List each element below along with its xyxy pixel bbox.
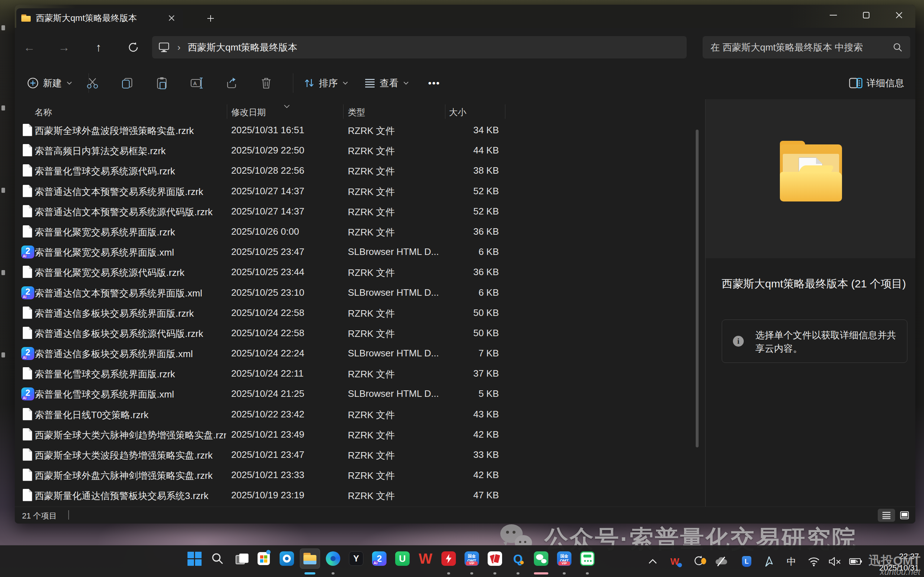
wechat-button[interactable] <box>531 548 551 569</box>
shield-icon: L <box>742 556 751 567</box>
pointer-tool-button[interactable] <box>760 552 778 571</box>
column-header-date[interactable]: 修改日期 <box>231 106 266 118</box>
slbrowser-button[interactable]: 2AI <box>369 548 389 569</box>
close-button[interactable] <box>882 5 915 26</box>
guojin-qmt-icon: 国金QMT VIP <box>557 551 571 566</box>
green-u-app-button[interactable]: U <box>392 548 413 569</box>
guojin-qmt-2-button[interactable]: 国金QMT VIP <box>554 548 574 569</box>
file-row[interactable]: 2AI 索普高频日内算法交易框架.rzrk 2025/10/29 22:50 R… <box>15 140 705 161</box>
minimize-button[interactable] <box>817 5 850 26</box>
wps-icon: W <box>418 551 433 566</box>
copy-icon <box>121 77 133 89</box>
taskbar-search-button[interactable] <box>207 548 227 569</box>
wps-button[interactable]: W <box>415 548 435 569</box>
microsoft-store-button[interactable] <box>253 548 274 569</box>
file-row[interactable]: 2AI 索普通达信文本预警交易系统界面版.xml 2025/10/25 23:1… <box>15 283 705 303</box>
vertical-scrollbar[interactable] <box>695 124 699 505</box>
q-app-button[interactable]: Q <box>508 548 528 569</box>
file-row[interactable]: 2AI 西蒙斯全球外盘波段增强策略实盘.rzrk 2025/10/31 16:5… <box>15 120 705 140</box>
file-row[interactable]: 2AI 索普量化聚宽交易系统界面版.rzrk 2025/10/26 0:00 R… <box>15 222 705 242</box>
sort-button[interactable]: 排序 <box>300 72 352 94</box>
explorer-tab[interactable]: 西蒙斯大qmt策略最终版本 <box>16 8 183 28</box>
file-row[interactable]: 2AI 索普量化雪球交易系统界面版.xml 2025/10/24 21:25 S… <box>15 384 705 404</box>
volume-muted-button[interactable] <box>826 552 843 571</box>
file-row[interactable]: 2AI 西蒙斯全球大类六脉神剑趋势增强策略实盘.rzrk 2025/10/21 … <box>15 425 705 445</box>
trash-icon <box>261 77 272 89</box>
details-view-toggle[interactable] <box>878 509 895 522</box>
scrollbar-thumb[interactable] <box>696 130 698 447</box>
file-explorer-button[interactable] <box>300 548 320 569</box>
file-row[interactable]: 2AI 索普通达信多板块交易系统界面版.xml 2025/10/24 22:24… <box>15 343 705 364</box>
outlook-button[interactable] <box>277 548 297 569</box>
delete-button[interactable] <box>255 72 277 94</box>
file-row[interactable]: 2AI 索普量化日线T0交策略.rzrk 2025/10/22 23:42 RZ… <box>15 405 705 425</box>
details-preview-area <box>706 99 915 258</box>
file-modified-date: 2025/10/27 14:37 <box>231 185 340 197</box>
new-button[interactable]: 新建 <box>24 72 76 94</box>
file-row[interactable]: 2AI 索普通达信多板块交易系统源代码版.rzrk 2025/10/24 22:… <box>15 323 705 343</box>
battery-button[interactable] <box>847 552 864 571</box>
file-row[interactable]: 2AI 西蒙斯全球外盘六脉神剑增强策略实盘.rzrk 2025/10/21 23… <box>15 465 705 485</box>
column-header-name[interactable]: 名称 <box>35 106 52 118</box>
cloud-paused-icon <box>716 558 727 565</box>
address-bar[interactable]: › 西蒙斯大qmt策略最终版本 <box>152 36 687 58</box>
edge-button[interactable] <box>323 548 343 569</box>
file-row[interactable]: 2AI 索普通达信多板块交易系统界面版.rzrk 2025/10/24 22:5… <box>15 303 705 323</box>
cut-button[interactable] <box>81 72 104 94</box>
desktop-icon-fragment <box>2 25 5 30</box>
stock-cards-app-button[interactable] <box>485 548 505 569</box>
file-size: 44 KB <box>427 145 499 156</box>
forward-button[interactable]: → <box>53 37 75 58</box>
back-button[interactable]: ← <box>18 37 40 58</box>
tab-close-icon[interactable] <box>165 11 178 24</box>
paste-button[interactable] <box>151 72 173 94</box>
file-row[interactable]: 2AI 索普通达信文本预警交易系统源代码版.rzrk 2025/10/27 14… <box>15 201 705 222</box>
slbrowser-file-icon: 2AI <box>21 286 34 299</box>
red-flash-app-button[interactable] <box>439 548 459 569</box>
share-button[interactable] <box>220 72 243 94</box>
file-name: 西蒙斯量化通达信预警板块交易系统3.rzrk <box>35 490 226 502</box>
column-header-type[interactable]: 类型 <box>348 106 365 118</box>
qmt-watermark: 迅投QMT xuntou.net <box>868 554 921 577</box>
file-row[interactable]: 2AI 索普量化聚宽交易系统源代码版.rzrk 2025/10/25 23:44… <box>15 262 705 282</box>
wifi-button[interactable] <box>805 552 822 571</box>
ime-indicator[interactable]: 中 <box>783 552 800 571</box>
column-header-size[interactable]: 大小 <box>449 106 466 118</box>
wps-tray-button[interactable]: W <box>666 552 684 571</box>
file-row[interactable]: 2AI 索普通达信文本预警交易系统界面版.rzrk 2025/10/27 14:… <box>15 181 705 201</box>
task-view-button[interactable] <box>231 548 251 569</box>
file-row[interactable]: 2AI 西蒙斯全球大类波段趋势增强策略实盘.rzrk 2025/10/21 23… <box>15 445 705 465</box>
view-label: 查看 <box>380 77 398 90</box>
more-options-button[interactable]: ••• <box>423 72 445 94</box>
start-button[interactable] <box>184 548 205 569</box>
green-message-app-button[interactable] <box>577 548 597 569</box>
new-tab-button[interactable] <box>203 11 219 26</box>
file-size: 50 KB <box>427 307 499 319</box>
file-name: 索普通达信多板块交易系统界面版.rzrk <box>35 307 226 320</box>
file-modified-date: 2025/10/21 23:49 <box>231 429 340 440</box>
guojin-qmt-button[interactable]: 国金QMT VIP <box>462 548 482 569</box>
column-header-row: 名称 修改日期 类型 大小 <box>15 103 705 120</box>
copy-button[interactable] <box>116 72 138 94</box>
thumbnail-view-toggle[interactable] <box>896 509 913 522</box>
rename-button[interactable]: A <box>185 72 208 94</box>
sort-label: 排序 <box>319 77 338 90</box>
file-row[interactable]: 2AI 索普量化聚宽交易系统界面版.xml 2025/10/25 23:47 S… <box>15 242 705 262</box>
green-message-app-icon <box>580 551 595 566</box>
maximize-button[interactable] <box>850 5 882 26</box>
file-row[interactable]: 2AI 索普量化雪球交易系统源代码.rzrk 2025/10/28 22:56 … <box>15 161 705 181</box>
details-pane-button[interactable]: 详细信息 <box>846 72 908 94</box>
file-row[interactable]: 2AI 西蒙斯量化通达信预警板块交易系统3.rzrk 2025/10/19 23… <box>15 485 705 506</box>
legion-app-button[interactable]: Y <box>346 548 366 569</box>
tray-expand-button[interactable] <box>644 552 661 571</box>
view-button[interactable]: 查看 <box>361 72 412 94</box>
sync-tray-button[interactable] <box>690 552 708 571</box>
file-name: 西蒙斯全球大类六脉神剑趋势增强策略实盘.rzrk <box>35 429 226 442</box>
search-box[interactable]: 在 西蒙斯大qmt策略最终版本 中搜索 <box>703 36 910 58</box>
refresh-button[interactable] <box>123 37 144 58</box>
pc-manager-button[interactable]: L <box>738 552 755 571</box>
share-icon <box>226 77 238 89</box>
up-button[interactable]: ↑ <box>88 37 110 58</box>
onedrive-paused-button[interactable] <box>713 552 730 571</box>
file-row[interactable]: 2AI 索普量化雪球交易系统界面版.rzrk 2025/10/24 22:11 … <box>15 364 705 384</box>
